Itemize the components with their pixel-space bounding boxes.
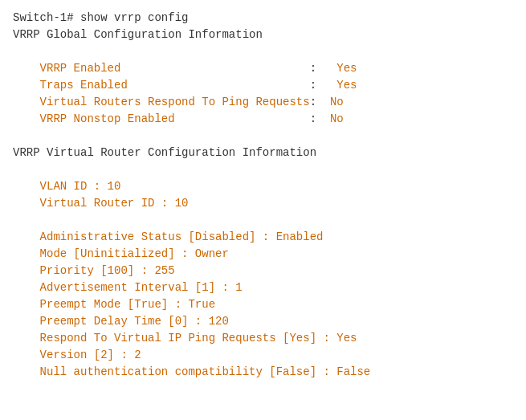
empty-line bbox=[13, 128, 513, 145]
plain-line: Version [2] : 2 bbox=[13, 347, 513, 364]
plain-line: Administrative Status [Disabled] : Enabl… bbox=[13, 229, 513, 246]
data-colon: : bbox=[310, 62, 337, 75]
section-header: VRRP Global Configuration Information bbox=[13, 27, 513, 43]
plain-line: Advertisement Interval [1] : 1 bbox=[13, 279, 513, 296]
plain-line: Preempt Mode [True] : True bbox=[13, 296, 513, 313]
plain-line: Virtual Router ID : 10 bbox=[13, 195, 513, 212]
data-line: VRRP Nonstop Enabled : No bbox=[13, 111, 513, 128]
data-label: Virtual Routers Respond To Ping Requests bbox=[13, 96, 310, 108]
data-label: VRRP Nonstop Enabled bbox=[13, 112, 310, 125]
plain-line: Respond To Virtual IP Ping Requests [Yes… bbox=[13, 330, 513, 347]
plain-line: Priority [100] : 255 bbox=[13, 263, 513, 279]
prompt-line: Switch-1# show vrrp config bbox=[13, 10, 513, 27]
data-colon: : bbox=[310, 79, 337, 92]
data-line: VRRP Enabled : Yes bbox=[13, 60, 513, 77]
data-value: No bbox=[330, 96, 344, 108]
plain-line: Null authentication compatibility [False… bbox=[13, 364, 513, 381]
plain-line: VLAN ID : 10 bbox=[13, 178, 513, 195]
data-line: Virtual Routers Respond To Ping Requests… bbox=[13, 94, 513, 111]
data-value: Yes bbox=[336, 79, 357, 92]
data-label: VRRP Enabled bbox=[13, 62, 310, 75]
terminal-output: Switch-1# show vrrp configVRRP Global Co… bbox=[0, 0, 526, 420]
empty-line bbox=[13, 161, 513, 178]
plain-line: Mode [Uninitialized] : Owner bbox=[13, 246, 513, 263]
empty-line bbox=[13, 43, 513, 60]
data-colon: : bbox=[310, 96, 330, 108]
data-label: Traps Enabled bbox=[13, 79, 310, 92]
data-colon: : bbox=[310, 112, 330, 125]
plain-line: Preempt Delay Time [0] : 120 bbox=[13, 313, 513, 330]
data-line: Traps Enabled : Yes bbox=[13, 77, 513, 94]
data-value: Yes bbox=[336, 62, 357, 75]
data-value: No bbox=[330, 112, 344, 125]
section-header: VRRP Virtual Router Configuration Inform… bbox=[13, 145, 513, 161]
empty-line bbox=[13, 212, 513, 229]
